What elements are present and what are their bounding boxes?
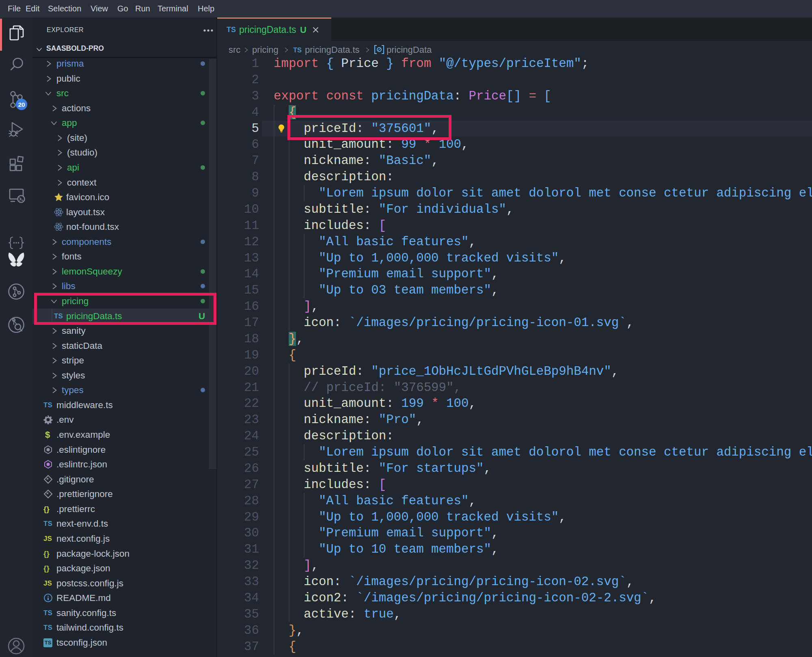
svg-text:20: 20	[18, 101, 25, 108]
